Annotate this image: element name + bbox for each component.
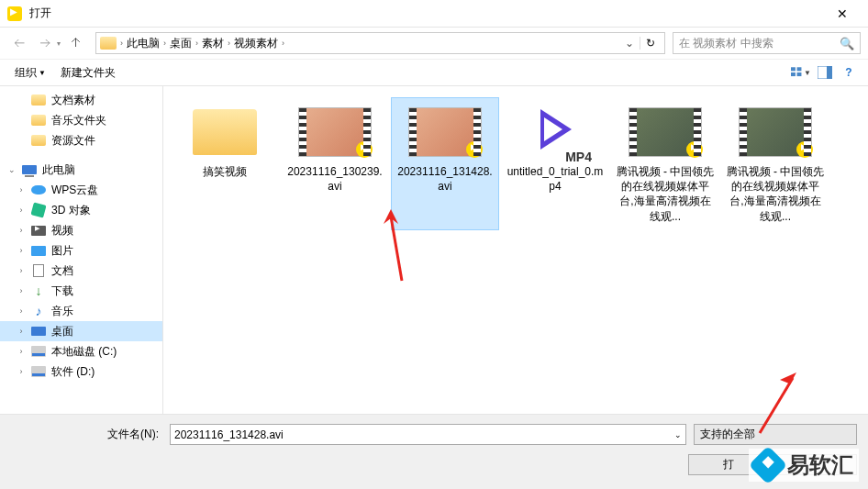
file-item[interactable]: 腾讯视频 - 中国领先的在线视频媒体平台,海量高清视频在线观... <box>611 97 719 230</box>
tree-item[interactable]: 资源文件 <box>0 130 162 150</box>
desk-icon <box>31 327 46 336</box>
file-name: 20231116_131428.avi <box>395 164 495 194</box>
view-mode-button[interactable]: ▼ <box>791 63 811 82</box>
tree-item[interactable]: ›软件 (D:) <box>0 361 162 382</box>
tree-label: 桌面 <box>51 324 73 339</box>
breadcrumb-item[interactable]: 视频素材 <box>230 36 282 51</box>
file-grid[interactable]: 搞笑视频20231116_130239.avi20231116_131428.a… <box>163 86 868 414</box>
folder-icon <box>100 37 117 50</box>
tree-label: 本地磁盘 (C:) <box>51 344 117 360</box>
tree-item[interactable]: 文档素材 <box>0 90 162 110</box>
music-icon: ♪ <box>36 304 42 318</box>
tree-item[interactable]: ›本地磁盘 (C:) <box>0 341 162 361</box>
help-button[interactable]: ? <box>839 63 859 82</box>
caret-down-icon: ▼ <box>755 460 762 479</box>
player-badge-icon <box>686 141 703 158</box>
pic-icon <box>31 246 46 256</box>
svg-rect-2 <box>791 72 796 76</box>
expand-icon[interactable]: › <box>17 266 26 275</box>
video-thumbnail: MP4 <box>515 104 595 161</box>
tree-label: 资源文件 <box>51 133 95 149</box>
file-item[interactable]: 搞笑视频 <box>171 97 279 230</box>
expand-icon[interactable]: › <box>17 286 26 295</box>
tree-label: 图片 <box>51 243 73 259</box>
filename-label: 文件名(N): <box>11 427 162 442</box>
expand-icon[interactable]: › <box>17 306 26 316</box>
navbar: 🡠 🡢 ▾ 🡡 › 此电脑 › 桌面 › 素材 › 视频素材 › ⌄ ↻ 在 视… <box>0 28 868 59</box>
main-area: 文档素材 音乐文件夹 资源文件 ⌄此电脑 ›WPS云盘›3D 对象›视频›图片›… <box>0 86 868 414</box>
file-name: 搞笑视频 <box>175 164 274 179</box>
video-thumbnail <box>629 107 702 157</box>
bottom-panel: 文件名(N): 20231116_131428.avi ⌄ 支持的全部 打 ▼ <box>0 414 868 489</box>
close-button[interactable]: ✕ <box>824 6 861 21</box>
dl-icon: ↓ <box>36 283 42 298</box>
address-bar[interactable]: › 此电脑 › 桌面 › 素材 › 视频素材 › ⌄ ↻ <box>95 32 665 54</box>
tree-item[interactable]: ›↓下载 <box>0 281 162 301</box>
tree-label: 软件 (D:) <box>51 364 95 380</box>
video-thumbnail <box>408 107 482 157</box>
tree-item[interactable]: ›图片 <box>0 240 162 261</box>
history-dropdown-icon[interactable]: ▾ <box>57 39 61 48</box>
tree-label: 文档素材 <box>51 93 95 108</box>
vid-icon <box>31 226 46 236</box>
window-title: 打开 <box>29 6 824 21</box>
caret-down-icon[interactable]: ⌄ <box>674 430 682 439</box>
tree-item[interactable]: ›视频 <box>0 220 162 240</box>
filename-input[interactable]: 20231116_131428.avi ⌄ <box>170 424 686 445</box>
expand-icon[interactable]: › <box>17 206 26 215</box>
navigation-tree[interactable]: 文档素材 音乐文件夹 资源文件 ⌄此电脑 ›WPS云盘›3D 对象›视频›图片›… <box>0 86 163 414</box>
file-item[interactable]: 20231116_131428.avi <box>391 97 499 230</box>
tree-item[interactable]: ›文档 <box>0 261 162 281</box>
file-item[interactable]: 腾讯视频 - 中国领先的在线视频媒体平台,海量高清视频在线观... <box>721 97 829 230</box>
file-type-filter[interactable]: 支持的全部 <box>694 424 857 445</box>
new-folder-button[interactable]: 新建文件夹 <box>55 63 121 83</box>
file-name: 20231116_130239.avi <box>285 164 384 194</box>
chevron-right-icon[interactable]: › <box>282 39 284 48</box>
file-name: untitled_0_trial_0.mp4 <box>506 164 605 194</box>
preview-pane-button[interactable] <box>815 63 835 82</box>
organize-button[interactable]: 组织 ▼ <box>9 63 51 83</box>
expand-icon[interactable]: › <box>17 185 26 194</box>
tree-label: 音乐 <box>51 304 73 319</box>
open-label: 打 <box>723 458 734 471</box>
titlebar: 打开 ✕ <box>0 0 868 28</box>
cancel-button[interactable] <box>776 454 857 475</box>
player-badge-icon <box>356 141 373 158</box>
toolbar: 组织 ▼ 新建文件夹 ▼ ? <box>0 59 868 86</box>
refresh-button[interactable]: ↻ <box>640 37 661 50</box>
up-button[interactable]: 🡡 <box>64 32 88 54</box>
expand-icon[interactable]: › <box>17 347 26 356</box>
expand-icon[interactable]: › <box>17 246 26 255</box>
file-item[interactable]: MP4untitled_0_trial_0.mp4 <box>501 97 609 230</box>
filter-label: 支持的全部 <box>700 427 755 442</box>
expand-icon[interactable]: › <box>17 226 26 235</box>
breadcrumb-item[interactable]: 此电脑 <box>123 36 163 51</box>
tree-item[interactable]: ›♪音乐 <box>0 301 162 321</box>
svg-rect-1 <box>797 67 802 71</box>
doc-icon <box>33 264 44 277</box>
tree-item-this-pc[interactable]: ⌄此电脑 <box>0 160 162 180</box>
back-button[interactable]: 🡠 <box>7 32 31 54</box>
open-button[interactable]: 打 ▼ <box>688 454 769 475</box>
caret-down-icon: ▼ <box>39 69 46 77</box>
search-input[interactable]: 在 视频素材 中搜索 🔍 <box>673 32 861 54</box>
3d-icon <box>30 202 46 217</box>
breadcrumb-item[interactable]: 桌面 <box>166 36 195 51</box>
filename-value: 20231116_131428.avi <box>174 428 284 441</box>
tree-item[interactable]: ›桌面 <box>0 321 162 341</box>
expand-icon[interactable]: › <box>17 327 26 336</box>
tree-label: WPS云盘 <box>51 183 98 198</box>
tree-item[interactable]: ›WPS云盘 <box>0 180 162 200</box>
address-dropdown-icon[interactable]: ⌄ <box>619 37 640 50</box>
tree-item[interactable]: ›3D 对象 <box>0 200 162 220</box>
collapse-icon[interactable]: ⌄ <box>7 165 17 174</box>
cloud-icon <box>31 185 46 194</box>
file-item[interactable]: 20231116_130239.avi <box>281 97 389 230</box>
player-badge-icon <box>796 141 813 158</box>
tree-item[interactable]: 音乐文件夹 <box>0 110 162 130</box>
svg-rect-5 <box>827 66 832 79</box>
breadcrumb-item[interactable]: 素材 <box>198 36 228 51</box>
tree-label: 此电脑 <box>42 162 75 178</box>
expand-icon[interactable]: › <box>17 367 26 376</box>
search-icon[interactable]: 🔍 <box>840 37 854 50</box>
